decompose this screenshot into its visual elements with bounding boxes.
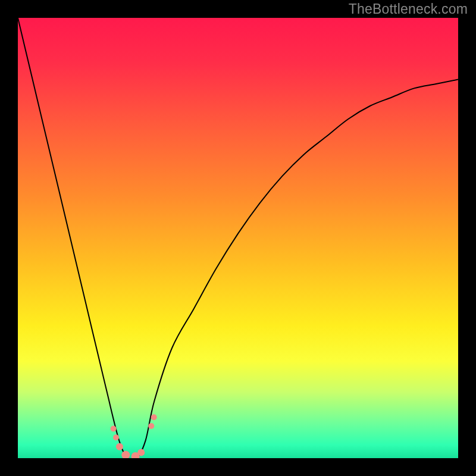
- gradient-background: [18, 18, 458, 458]
- curve-marker: [137, 449, 145, 456]
- bottleneck-chart: [18, 18, 458, 458]
- chart-stage: TheBottleneck.com: [0, 0, 476, 476]
- curve-marker: [111, 425, 117, 431]
- curve-marker: [148, 423, 154, 429]
- curve-marker: [113, 434, 119, 440]
- curve-marker: [116, 443, 123, 450]
- watermark-text: TheBottleneck.com: [349, 1, 468, 17]
- curve-marker: [151, 414, 157, 420]
